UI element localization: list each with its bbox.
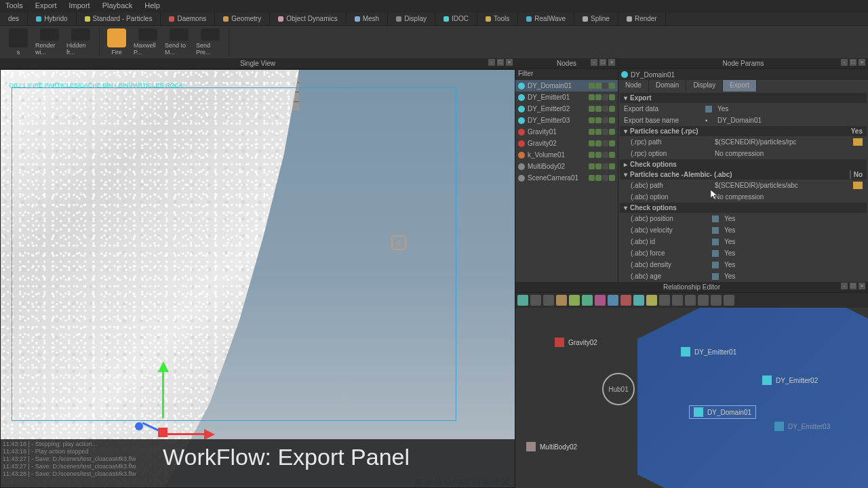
node-toggle-icon[interactable] bbox=[602, 117, 608, 123]
menu-export[interactable]: Export bbox=[35, 1, 57, 11]
checkbox-icon[interactable] bbox=[712, 273, 719, 280]
tab-hybrido[interactable]: Hybrido bbox=[28, 12, 76, 25]
node-toggle-icon[interactable] bbox=[602, 163, 608, 169]
rel-tool-10[interactable] bbox=[633, 295, 644, 306]
tab-standard-particles[interactable]: Standard - Particles bbox=[77, 12, 161, 25]
rel-tool-2[interactable] bbox=[530, 295, 541, 306]
rel-canvas[interactable]: Gravity02 Hub01 DY_Emitter01 DY_Emitter0… bbox=[515, 308, 868, 488]
node-toggle-icon[interactable] bbox=[602, 83, 608, 89]
gizmo-z-handle[interactable] bbox=[135, 422, 143, 430]
params-close-icon[interactable]: × bbox=[859, 59, 865, 66]
params-min-icon[interactable]: - bbox=[841, 59, 848, 66]
tool-maxwell[interactable]: Maxwell P... bbox=[132, 27, 163, 57]
node-toggle-icon[interactable] bbox=[602, 152, 608, 158]
node-toggle-icon[interactable] bbox=[595, 175, 601, 181]
nodes-min-icon[interactable]: - bbox=[591, 59, 597, 66]
nodes-max-icon[interactable]: □ bbox=[599, 59, 606, 66]
node-toggle-icon[interactable] bbox=[589, 106, 595, 112]
checkbox-icon[interactable] bbox=[850, 170, 851, 179]
rel-tool-16[interactable] bbox=[711, 295, 722, 306]
tool-fire[interactable]: Fire bbox=[101, 27, 132, 57]
node-toggle-icon[interactable] bbox=[589, 175, 595, 181]
tab-tools[interactable]: Tools bbox=[477, 12, 518, 25]
gizmo-center[interactable] bbox=[158, 428, 167, 437]
viewport-min-icon[interactable]: - bbox=[488, 59, 495, 66]
param-abc-attr[interactable]: (.abc) density Yes bbox=[620, 259, 867, 270]
tab-spline[interactable]: Spline bbox=[574, 12, 618, 25]
rel-tool-9[interactable] bbox=[620, 295, 631, 306]
rel-node-gravity02[interactable]: Gravity02 bbox=[555, 338, 597, 347]
node-toggle-icon[interactable] bbox=[589, 83, 595, 89]
rel-node-emitter02[interactable]: DY_Emitter02 bbox=[762, 375, 818, 385]
node-toggle-icon[interactable] bbox=[609, 152, 615, 158]
rel-tool-13[interactable] bbox=[672, 295, 683, 306]
params-tab-export[interactable]: Export bbox=[723, 80, 757, 92]
gizmo-x-axis[interactable] bbox=[167, 433, 205, 435]
node-toggle-icon[interactable] bbox=[609, 129, 615, 135]
node-toggle-icon[interactable] bbox=[602, 129, 608, 135]
node-item[interactable]: DY_Emitter01 bbox=[515, 92, 618, 103]
node-toggle-icon[interactable] bbox=[609, 106, 615, 112]
node-toggle-icon[interactable] bbox=[602, 175, 608, 181]
viewport-close-icon[interactable]: × bbox=[506, 59, 513, 66]
tool-render[interactable]: Render wi... bbox=[34, 27, 65, 57]
viewport-max-icon[interactable]: □ bbox=[497, 59, 504, 66]
nodes-list[interactable]: DY_Domain01 DY_Emitter01 DY_Emitter02 DY… bbox=[515, 80, 618, 282]
param-abc-attr[interactable]: (.abc) position Yes bbox=[620, 213, 867, 224]
rel-tool-6[interactable] bbox=[582, 295, 593, 306]
param-abc-attr[interactable]: (.abc) id Yes bbox=[620, 236, 867, 247]
menu-import[interactable]: Import bbox=[68, 1, 90, 11]
menu-tools[interactable]: Tools bbox=[5, 1, 23, 11]
rel-node-domain01[interactable]: DY_Domain01 bbox=[689, 405, 756, 419]
params-tab-node[interactable]: Node bbox=[618, 80, 649, 92]
rel-tool-7[interactable] bbox=[595, 295, 606, 306]
params-max-icon[interactable]: □ bbox=[850, 59, 856, 66]
node-toggle-icon[interactable] bbox=[595, 117, 601, 123]
gizmo-y-arrow[interactable] bbox=[158, 361, 169, 372]
node-toggle-icon[interactable] bbox=[609, 83, 615, 89]
node-toggle-icon[interactable] bbox=[595, 129, 601, 135]
rel-tool-12[interactable] bbox=[659, 295, 670, 306]
viewport-3d[interactable]: OBJ:1 |FIRE PARTICLES|CACHE BIN (.BIN)PA… bbox=[0, 69, 515, 488]
node-item[interactable]: DY_Emitter03 bbox=[515, 115, 618, 126]
node-toggle-icon[interactable] bbox=[609, 175, 615, 181]
params-tab-domain[interactable]: Domain bbox=[649, 80, 686, 92]
node-toggle-icon[interactable] bbox=[589, 140, 595, 146]
node-toggle-icon[interactable] bbox=[595, 152, 601, 158]
node-toggle-icon[interactable] bbox=[589, 94, 595, 100]
menu-help[interactable]: Help bbox=[144, 1, 160, 11]
tab-render[interactable]: Render bbox=[618, 12, 666, 25]
rel-node-emitter03[interactable]: DY_Emitter03 bbox=[774, 422, 830, 431]
node-item[interactable]: SceneCamera01 bbox=[515, 172, 618, 184]
nodes-close-icon[interactable]: × bbox=[608, 59, 615, 66]
node-toggle-icon[interactable] bbox=[609, 94, 615, 100]
tool-hidden[interactable]: Hidden fr... bbox=[65, 27, 96, 57]
tab-display[interactable]: Display bbox=[388, 12, 435, 25]
gizmo-x-arrow[interactable] bbox=[204, 429, 215, 440]
node-toggle-icon[interactable] bbox=[602, 106, 608, 112]
node-item[interactable]: DY_Domain01 bbox=[515, 80, 618, 92]
param-rpc-path[interactable]: (.rpc) path $(SCENEDIR)/particles/rpc bbox=[620, 136, 867, 148]
rel-tool-11[interactable] bbox=[646, 295, 657, 306]
rel-tool-17[interactable] bbox=[724, 295, 734, 306]
rel-tool-14[interactable] bbox=[685, 295, 696, 306]
node-toggle-icon[interactable] bbox=[595, 140, 601, 146]
node-toggle-icon[interactable] bbox=[595, 106, 601, 112]
node-toggle-icon[interactable] bbox=[609, 117, 615, 123]
rel-max-icon[interactable]: □ bbox=[850, 283, 856, 289]
menu-playback[interactable]: Playback bbox=[102, 1, 133, 11]
tab-realwave[interactable]: RealWave bbox=[518, 12, 574, 25]
param-abc-option[interactable]: (.abc) option No compression bbox=[620, 191, 867, 203]
param-export-data[interactable]: Export data Yes bbox=[620, 103, 867, 115]
node-toggle-icon[interactable] bbox=[589, 129, 595, 135]
node-toggle-icon[interactable] bbox=[595, 83, 601, 89]
tab-daemons[interactable]: Daemons bbox=[161, 12, 215, 25]
rel-close-icon[interactable]: × bbox=[859, 283, 865, 289]
rel-node-emitter01[interactable]: DY_Emitter01 bbox=[681, 347, 736, 357]
browse-folder-icon[interactable] bbox=[853, 138, 863, 146]
node-toggle-icon[interactable] bbox=[595, 94, 601, 100]
checkbox-icon[interactable] bbox=[712, 250, 719, 257]
checkbox-icon[interactable] bbox=[712, 227, 719, 234]
params-tab-display[interactable]: Display bbox=[686, 80, 723, 92]
checkbox-icon[interactable] bbox=[712, 239, 719, 245]
